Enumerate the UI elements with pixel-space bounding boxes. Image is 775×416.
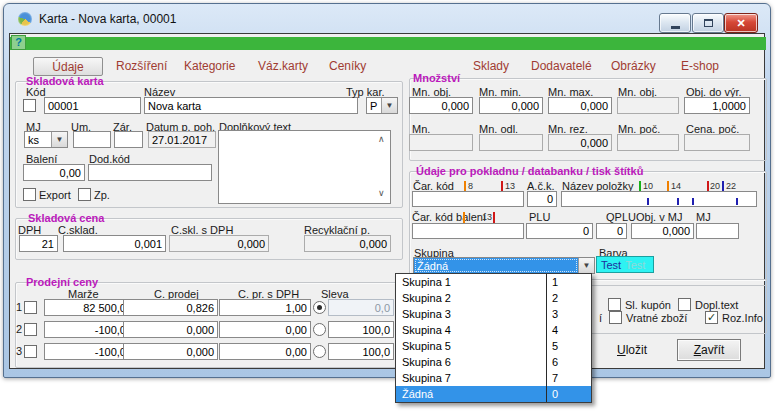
um-field[interactable] bbox=[73, 131, 111, 148]
doplnkovy-text-area[interactable] bbox=[218, 130, 391, 204]
sleva-radio-3[interactable] bbox=[313, 345, 326, 358]
vratne-zbozi-checkbox[interactable] bbox=[609, 311, 622, 324]
marker-dash bbox=[677, 198, 679, 205]
qplu-field[interactable]: 0 bbox=[596, 223, 627, 239]
mj-combo[interactable]: ks ▼ bbox=[24, 131, 68, 148]
marze-field-1[interactable]: 82 500,0 bbox=[44, 299, 130, 316]
group-skladova-cena-title: Skladová cena bbox=[28, 212, 104, 224]
minimize-button[interactable] bbox=[659, 13, 691, 33]
c-prodej-field-1[interactable]: 0,826 bbox=[123, 299, 218, 316]
window-titlebar[interactable]: Karta - Nova karta, 00001 bbox=[4, 4, 770, 33]
baleni-field[interactable]: 0,00 bbox=[23, 164, 85, 181]
c-pr-s-dph-field-3[interactable]: 0,00 bbox=[219, 343, 311, 360]
kod-label: Kód bbox=[26, 86, 46, 98]
plu-field[interactable]: 0 bbox=[526, 223, 593, 239]
sleva-radio-1[interactable] bbox=[313, 301, 326, 314]
barva-test-swatch[interactable]: Test Test bbox=[596, 256, 654, 273]
tab-ceniky[interactable]: Ceníky bbox=[329, 59, 366, 73]
chevron-down-icon[interactable]: ▼ bbox=[578, 258, 594, 273]
obj-v-mj-field[interactable]: 0,000 bbox=[631, 223, 694, 239]
sl-kupon-label: Sl. kupón bbox=[625, 299, 671, 311]
sl-kupon-checkbox[interactable] bbox=[608, 298, 621, 311]
car-kod-baleni-field[interactable] bbox=[412, 223, 524, 239]
mn-min-field[interactable]: 0,000 bbox=[479, 97, 543, 114]
close-button[interactable]: ✕ bbox=[724, 13, 758, 33]
scroll-up-icon[interactable]: ∧ bbox=[378, 135, 385, 144]
zavrit-button[interactable]: Zavřít bbox=[677, 339, 741, 361]
datum-field[interactable]: 27.01.2017 bbox=[148, 131, 216, 148]
mn-obj-field[interactable]: 0,000 bbox=[409, 97, 473, 114]
obj-do-vyr-field[interactable]: 1,0000 bbox=[684, 97, 750, 114]
kod-field[interactable]: 00001 bbox=[44, 97, 141, 114]
car-kod-field[interactable] bbox=[412, 191, 524, 207]
dropdown-item[interactable]: Skupina 11 bbox=[396, 274, 591, 290]
zp-label: Zp. bbox=[94, 189, 110, 201]
zar-field[interactable] bbox=[114, 131, 143, 148]
maximize-icon bbox=[704, 19, 713, 27]
tab-rozsireni[interactable]: Rozšíření bbox=[116, 59, 167, 73]
dropdown-item[interactable]: Skupina 22 bbox=[396, 290, 591, 306]
marze-field-3[interactable]: -100,0 bbox=[44, 343, 130, 360]
ulozit-button[interactable]: Uložit bbox=[601, 340, 663, 360]
dph-field[interactable]: 21 bbox=[19, 235, 58, 252]
typ-kar-combo[interactable]: P ▼ bbox=[366, 97, 398, 114]
nazev-polozky-field[interactable] bbox=[561, 191, 757, 207]
close-icon: ✕ bbox=[736, 17, 745, 30]
dropdown-item[interactable]: Skupina 66 bbox=[396, 354, 591, 370]
hidden-label-fragment: í bbox=[599, 312, 602, 324]
dopl-text-label: Dopl.text bbox=[695, 299, 738, 311]
zp-checkbox[interactable] bbox=[78, 188, 91, 201]
tab-vaz-karty[interactable]: Váz.karty bbox=[258, 59, 308, 73]
tab-dodavatele[interactable]: Dodavatelé bbox=[531, 59, 592, 73]
sleva-radio-2[interactable] bbox=[313, 323, 326, 336]
marze-field-2[interactable]: -100,0 bbox=[44, 321, 130, 338]
ack-field[interactable]: 0 bbox=[527, 191, 557, 207]
price-row1-checkbox[interactable] bbox=[24, 301, 37, 314]
tab-eshop[interactable]: E-shop bbox=[681, 59, 719, 73]
marker-num-13: 13 bbox=[505, 181, 515, 191]
dropdown-item[interactable]: Skupina 77 bbox=[396, 370, 591, 386]
scroll-down-icon[interactable]: ∨ bbox=[378, 189, 385, 198]
help-button[interactable]: ? bbox=[11, 35, 26, 50]
dropdown-item[interactable]: Skupina 44 bbox=[396, 322, 591, 338]
dropdown-item-selected[interactable]: Žádná0 bbox=[396, 386, 591, 402]
dropdown-item[interactable]: Skupina 55 bbox=[396, 338, 591, 354]
sleva-field-1: 0,0 bbox=[328, 299, 394, 316]
mj-small-field[interactable] bbox=[696, 223, 739, 239]
c-prodej-field-2[interactable]: 0,000 bbox=[123, 321, 218, 338]
dropdown-item[interactable]: Skupina 33 bbox=[396, 306, 591, 322]
kod-checkbox[interactable] bbox=[23, 99, 36, 112]
price-row-num: 3 bbox=[16, 345, 22, 357]
marker-num-8: 8 bbox=[468, 181, 473, 191]
csklad-field[interactable]: 0,001 bbox=[63, 235, 166, 252]
plu-label: PLU bbox=[529, 211, 550, 223]
mn-odl-field bbox=[479, 134, 543, 151]
export-checkbox[interactable] bbox=[23, 188, 36, 201]
mn-max-field[interactable]: 0,000 bbox=[548, 97, 612, 114]
nazev-field[interactable]: Nova karta bbox=[144, 97, 358, 114]
tab-sklady[interactable]: Sklady bbox=[473, 59, 509, 73]
barva-test-secondary: Test bbox=[625, 259, 645, 271]
dopl-text-checkbox[interactable] bbox=[678, 298, 691, 311]
price-row2-checkbox[interactable] bbox=[24, 323, 37, 336]
sleva-field-3[interactable]: 100,0 bbox=[328, 343, 394, 360]
screen: Karta - Nova karta, 00001 ✕ ? Údaje Rozš… bbox=[0, 0, 775, 416]
dod-kod-field[interactable] bbox=[88, 164, 212, 181]
c-pr-s-dph-field-1[interactable]: 1,00 bbox=[219, 299, 311, 316]
sleva-field-2[interactable]: 100,0 bbox=[328, 321, 394, 338]
car-kod-baleni-label: Čar. kód balení bbox=[412, 211, 486, 223]
chevron-down-icon[interactable]: ▼ bbox=[381, 98, 397, 113]
tab-obrazky[interactable]: Obrázky bbox=[611, 59, 656, 73]
c-prodej-field-3[interactable]: 0,000 bbox=[123, 343, 218, 360]
skupina-combo[interactable]: Žádná ▼ bbox=[413, 257, 595, 274]
roz-info-checkbox[interactable]: ✓ bbox=[705, 311, 718, 324]
marker-num-baleni-13: 13 bbox=[482, 212, 492, 222]
chevron-down-icon[interactable]: ▼ bbox=[51, 132, 67, 147]
tab-kategorie[interactable]: Kategorie bbox=[184, 59, 235, 73]
tab-udaje[interactable]: Údaje bbox=[33, 57, 103, 76]
marker-num-14: 14 bbox=[671, 181, 681, 191]
c-pr-s-dph-field-2[interactable]: 0,00 bbox=[219, 321, 311, 338]
group-prodejni-ceny-title: Prodejní ceny bbox=[26, 276, 98, 288]
price-row3-checkbox[interactable] bbox=[24, 345, 37, 358]
maximize-button[interactable] bbox=[692, 13, 724, 33]
